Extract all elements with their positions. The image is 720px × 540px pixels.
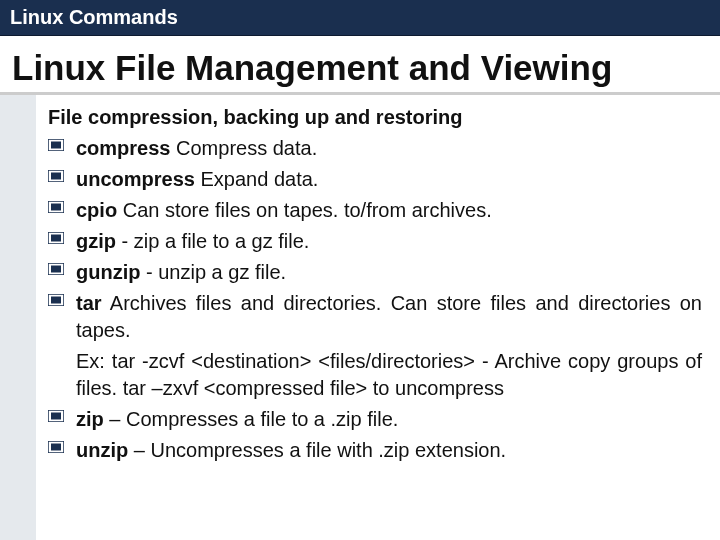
svg-rect-7 [51,235,61,242]
list-item: tar Archives files and directories. Can … [48,290,702,344]
subheading: File compression, backing up and restori… [48,104,702,131]
list-item-text: uncompress Expand data. [76,166,702,193]
command-desc: Compress data. [171,137,318,159]
command-desc: Archives files and directories. Can stor… [76,292,702,341]
list-item: gunzip - unzip a gz file. [48,259,702,286]
command-name: compress [76,137,171,159]
content-area: File compression, backing up and restori… [48,104,702,468]
svg-rect-13 [51,413,61,420]
command-name: uncompress [76,168,195,190]
command-desc: Expand data. [195,168,318,190]
topbar: Linux Commands [0,0,720,36]
page-title: Linux File Management and Viewing [12,48,712,88]
svg-rect-11 [51,297,61,304]
list-item: uncompress Expand data. [48,166,702,193]
command-name: zip [76,408,104,430]
title-underline [0,92,720,95]
command-name: gunzip [76,261,140,283]
list-item-text: gzip - zip a file to a gz file. [76,228,702,255]
bullet-square-icon [48,170,70,188]
slide: Linux Commands Linux File Management and… [0,0,720,540]
list-item: unzip – Uncompresses a file with .zip ex… [48,437,702,464]
command-name: cpio [76,199,117,221]
list-item-text: compress Compress data. [76,135,702,162]
bullet-square-icon [48,263,70,281]
command-desc: – Uncompresses a file with .zip extensio… [128,439,506,461]
list-item: zip – Compresses a file to a .zip file. [48,406,702,433]
list-item: cpio Can store files on tapes. to/from a… [48,197,702,224]
svg-rect-9 [51,266,61,273]
list-item-text: unzip – Uncompresses a file with .zip ex… [76,437,702,464]
command-name: gzip [76,230,116,252]
command-desc: Can store files on tapes. to/from archiv… [117,199,492,221]
topbar-title: Linux Commands [10,6,178,29]
svg-rect-15 [51,444,61,451]
command-name: tar [76,292,102,314]
command-desc: - unzip a gz file. [140,261,286,283]
bullet-square-icon [48,410,70,428]
bullet-square-icon [48,294,70,312]
bullet-square-icon [48,441,70,459]
command-name: unzip [76,439,128,461]
bullet-square-icon [48,139,70,157]
list-item-text: gunzip - unzip a gz file. [76,259,702,286]
command-desc: - zip a file to a gz file. [116,230,309,252]
bullet-square-icon [48,201,70,219]
list-item-text: tar Archives files and directories. Can … [76,290,702,344]
list-item: compress Compress data. [48,135,702,162]
tar-example: Ex: tar -zcvf <destination> <files/direc… [76,348,702,402]
list-item: gzip - zip a file to a gz file. [48,228,702,255]
command-desc: – Compresses a file to a .zip file. [104,408,399,430]
list-item-text: cpio Can store files on tapes. to/from a… [76,197,702,224]
svg-rect-1 [51,142,61,149]
list-item-text: zip – Compresses a file to a .zip file. [76,406,702,433]
svg-rect-3 [51,173,61,180]
left-column [0,95,36,540]
bullet-square-icon [48,232,70,250]
svg-rect-5 [51,204,61,211]
